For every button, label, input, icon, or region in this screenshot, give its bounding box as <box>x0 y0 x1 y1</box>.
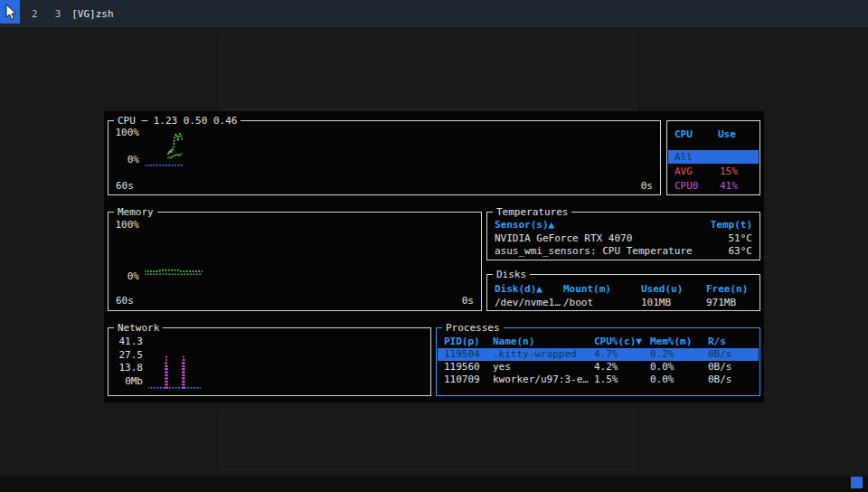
sensor-temp: 63°C <box>729 245 753 258</box>
network-traffic-graph <box>148 337 201 390</box>
sensor-name: NVIDIA GeForce RTX 4070 <box>495 232 632 245</box>
cpu-legend-header: CPU Use <box>675 128 756 141</box>
process-cpu: 1.5% <box>594 374 650 386</box>
cpu-legend-row-avg[interactable]: AVG 15% <box>668 165 759 178</box>
cpu-usage-graph <box>145 130 183 168</box>
disks-panel[interactable]: Disks Disk(d)▲ Mount(m) Used(u) Free(n) … <box>486 274 760 311</box>
disk-free: 971MB <box>706 297 756 309</box>
used-sort-header[interactable]: Used(u) <box>641 283 706 296</box>
disk-sort-header[interactable]: Disk(d)▲ <box>495 283 563 296</box>
cpu-legend-cpu0-value: 41% <box>720 179 738 193</box>
process-pid: 119504 <box>444 348 493 361</box>
sensor-sort-header[interactable]: Sensor(s)▲ <box>495 219 554 232</box>
cpu-legend-col-use: Use <box>718 128 736 141</box>
mouse-cursor <box>0 0 20 24</box>
cpu-panel[interactable]: CPU ─ 1.23 0.50 0.46 100% 0% 60s 0s <box>108 120 661 195</box>
disk-row[interactable]: /dev/nvme1… /boot 101MB 971MB <box>495 297 756 309</box>
network-y-label: 0Mb <box>110 375 143 387</box>
status-bar: 2 3 [VG]zsh <box>0 0 868 27</box>
mount-sort-header[interactable]: Mount(m) <box>563 283 641 296</box>
memory-panel-title: Memory <box>114 206 157 218</box>
desktop: 2 3 [VG]zsh CPU ─ 1.23 0.50 0.46 100% 0%… <box>0 0 868 492</box>
network-panel-title: Network <box>114 322 163 334</box>
cpu-x-left-label: 60s <box>116 180 134 192</box>
network-panel[interactable]: Network 41.3 27.5 13.8 0Mb <box>108 327 431 396</box>
disks-panel-title: Disks <box>493 269 530 280</box>
cpu-panel-title: CPU ─ 1.23 0.50 0.46 <box>114 115 241 127</box>
cpu-legend-avg-value: 15% <box>720 165 738 178</box>
memory-y-max-label: 100% <box>110 219 139 231</box>
cpu-sort-header[interactable]: CPU%(c)▼ <box>594 336 650 348</box>
temperatures-panel[interactable]: Temperatures Sensor(s)▲ Temp(t) NVIDIA G… <box>486 212 760 260</box>
process-name: kworker/u97:3-e… <box>493 374 594 386</box>
cpu-y-min-label: 0% <box>110 154 139 166</box>
process-read: 0B/s <box>708 374 759 386</box>
processes-panel-title: Processes <box>442 322 504 334</box>
process-name: yes <box>493 361 594 374</box>
cpu-x-right-label: 0s <box>641 180 653 192</box>
terminal-window[interactable]: CPU ─ 1.23 0.50 0.46 100% 0% 60s 0s CPU … <box>104 111 764 402</box>
cpu-legend-cpu0-label: CPU0 <box>675 180 699 192</box>
temp-sort-header[interactable]: Temp(t) <box>711 219 752 232</box>
read-sort-header[interactable]: R/s <box>708 336 759 348</box>
cpu-legend-all-label: All <box>675 151 693 163</box>
sensor-name: asus_wmi_sensors: CPU Temperature <box>495 245 693 258</box>
processes-header-row: PID(p) Name(n) CPU%(c)▼ Mem%(m) R/s <box>438 336 759 348</box>
cpu-legend-panel[interactable]: CPU Use All AVG 15% CPU0 41% <box>666 120 760 195</box>
background-window-outline <box>220 33 636 110</box>
free-sort-header[interactable]: Free(n) <box>706 283 756 296</box>
pid-sort-header[interactable]: PID(p) <box>444 336 493 348</box>
cpu-legend-row-cpu0[interactable]: CPU0 41% <box>668 179 759 193</box>
cpu-y-max-label: 100% <box>110 127 139 138</box>
cpu-legend-avg-label: AVG <box>675 166 693 177</box>
disk-name: /dev/nvme1… <box>495 297 563 309</box>
pointer-icon <box>2 3 18 21</box>
cpu-legend-row-all[interactable]: All <box>668 150 759 164</box>
process-mem: 0.0% <box>650 361 708 374</box>
bottom-strip <box>0 476 868 492</box>
temperatures-header-row: Sensor(s)▲ Temp(t) <box>495 219 752 232</box>
workspace-3[interactable]: 3 <box>55 8 61 20</box>
process-cpu: 4.2% <box>594 361 650 374</box>
process-name: .kitty-wrapped <box>493 348 594 361</box>
process-mem: 0.2% <box>650 348 708 361</box>
process-read: 0B/s <box>708 348 759 361</box>
process-row[interactable]: 119560 yes 4.2% 0.0% 0B/s <box>438 361 759 374</box>
workspace-2[interactable]: 2 <box>32 8 38 20</box>
temperature-row[interactable]: asus_wmi_sensors: CPU Temperature 63°C <box>495 245 752 258</box>
window-title[interactable]: [VG]zsh <box>71 8 113 20</box>
process-pid: 110709 <box>444 374 493 386</box>
name-sort-header[interactable]: Name(n) <box>493 336 594 348</box>
memory-panel[interactable]: Memory 100% 0% 60s 0s <box>108 212 482 311</box>
memory-x-right-label: 0s <box>462 295 474 307</box>
network-y-label: 27.5 <box>110 349 143 361</box>
mem-sort-header[interactable]: Mem%(m) <box>650 336 708 348</box>
temperatures-panel-title: Temperatures <box>493 206 571 218</box>
memory-y-min-label: 0% <box>110 270 139 282</box>
process-cpu: 4.7% <box>594 348 650 361</box>
background-window-outline <box>220 409 636 470</box>
process-row[interactable]: 110709 kworker/u97:3-e… 1.5% 0.0% 0B/s <box>438 374 759 386</box>
disk-mount: /boot <box>563 297 641 309</box>
disks-header-row: Disk(d)▲ Mount(m) Used(u) Free(n) <box>495 283 756 296</box>
process-pid: 119560 <box>444 361 493 374</box>
cpu-legend-col-cpu: CPU <box>675 128 693 140</box>
process-mem: 0.0% <box>650 374 708 386</box>
network-y-label: 13.8 <box>110 362 143 374</box>
processes-panel[interactable]: Processes PID(p) Name(n) CPU%(c)▼ Mem%(m… <box>436 327 760 396</box>
corner-indicator <box>851 477 863 488</box>
temperature-row[interactable]: NVIDIA GeForce RTX 4070 51°C <box>495 232 752 245</box>
process-row-selected[interactable]: 119504 .kitty-wrapped 4.7% 0.2% 0B/s <box>438 348 759 361</box>
memory-usage-graph <box>145 223 203 281</box>
process-read: 0B/s <box>708 361 759 374</box>
sensor-temp: 51°C <box>729 232 753 245</box>
disk-used: 101MB <box>641 297 706 309</box>
network-y-label: 41.3 <box>110 336 143 347</box>
memory-x-left-label: 60s <box>116 295 134 307</box>
